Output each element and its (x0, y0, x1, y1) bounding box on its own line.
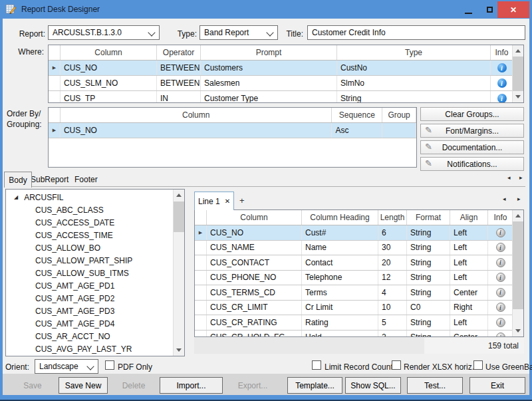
add-line-tab[interactable]: + (239, 196, 245, 205)
cell[interactable]: CUS_SLM_NO (61, 76, 157, 90)
table-row[interactable]: CUS_TERMS_CDTerms4StringCenteri (195, 285, 523, 301)
cell[interactable]: IN (157, 91, 201, 103)
scroll-thumb[interactable] (174, 201, 184, 232)
cell[interactable]: Asc (332, 123, 382, 138)
tab-line-1[interactable]: Line 1 ✕ (194, 192, 234, 210)
tab-scroll-right-icon[interactable]: ▸ (519, 174, 523, 181)
info-icon[interactable]: i (496, 333, 505, 337)
tree-expanded-icon[interactable]: ◢ (14, 194, 18, 200)
tree-item[interactable]: CUS_AMT_AGE_PD2 (6, 292, 173, 305)
scroll-up-button[interactable] (513, 45, 523, 57)
tree-item[interactable]: CUS_AMT_AGE_PD4 (6, 317, 173, 330)
cell[interactable]: CUS_TERMS_CD (207, 285, 302, 300)
cell[interactable]: CUS_CR_RATING (207, 315, 302, 330)
tree-item[interactable]: CUS_ACCESS_DATE (6, 216, 173, 229)
tree-item[interactable]: CUS_AMT_AGE_PD1 (6, 279, 173, 292)
cell[interactable]: CUS_NO (207, 225, 302, 240)
tree-item[interactable]: CUS_ABC_CLASS (6, 203, 173, 216)
scroll-down-button[interactable] (174, 344, 184, 356)
cell[interactable]: CUS_NO (61, 61, 157, 75)
report-combobox[interactable]: ARCUSLST.B.1.3.0 (48, 25, 160, 40)
side-button-font-margins[interactable]: ✎Font/Margins... (420, 124, 524, 138)
info-icon[interactable]: i (496, 258, 505, 267)
column-header[interactable]: Info (491, 45, 513, 60)
table-row[interactable]: CUS_CR_RATINGRating5StringLefti (195, 315, 523, 331)
title-input[interactable]: Customer Credit Info (307, 25, 525, 40)
info-cell[interactable]: i (491, 76, 513, 90)
tab-footer[interactable]: Footer (74, 175, 98, 184)
cell[interactable]: Center (450, 285, 488, 300)
tree-item[interactable]: CUS_ALLOW_SUB_ITMS (6, 267, 173, 279)
cell[interactable]: Right (450, 301, 488, 315)
scroll-up-button[interactable] (174, 190, 184, 201)
column-header[interactable]: Prompt (201, 45, 337, 60)
minimize-button[interactable] (459, 1, 477, 18)
cell[interactable]: CustNo (337, 61, 491, 75)
table-row[interactable]: CUS_TPINCustomer TypeStringi (49, 91, 523, 103)
cell[interactable]: Customers (201, 61, 337, 75)
cell[interactable]: 2 (378, 331, 407, 338)
table-row[interactable]: CUS_CR_HOLD_FGHold2StringCenteri (195, 331, 523, 338)
column-header[interactable]: Format (407, 210, 450, 225)
info-cell[interactable]: i (488, 271, 513, 285)
info-icon[interactable]: i (497, 78, 507, 88)
info-cell[interactable]: i (488, 331, 513, 338)
info-cell[interactable]: i (488, 225, 513, 240)
column-header[interactable]: Sequence (332, 108, 382, 122)
cell[interactable]: Name (302, 241, 378, 255)
cell[interactable]: Left (450, 255, 488, 270)
cell[interactable]: 20 (378, 255, 407, 270)
cell[interactable]: CUS_PHONE_NO (207, 271, 302, 285)
cell[interactable]: Customer Type (201, 91, 337, 103)
maximize-button[interactable] (480, 1, 499, 18)
cell[interactable]: Cr Limit (302, 301, 378, 315)
info-cell[interactable]: i (491, 91, 513, 103)
side-button-clear-groups[interactable]: Clear Groups... (420, 107, 524, 121)
limit-record-count-checkbox[interactable] (312, 360, 321, 370)
cell[interactable]: BETWEEN (157, 61, 201, 75)
info-cell[interactable]: i (491, 61, 513, 75)
info-cell[interactable]: i (488, 241, 513, 255)
use-greenbar-checkbox[interactable] (473, 360, 483, 370)
tree-item[interactable]: CUS_AR_ACCT_NO (6, 330, 173, 342)
cell[interactable]: SlmNo (337, 76, 491, 90)
tree-item[interactable]: CUS_AMT_AGE_PD3 (6, 305, 173, 317)
info-icon[interactable]: i (497, 63, 507, 72)
tab-subreport[interactable]: SubReport (31, 175, 68, 184)
tab-body[interactable]: Body (4, 172, 32, 188)
info-icon[interactable]: i (496, 318, 505, 327)
cell[interactable]: Hold (302, 331, 378, 338)
cell[interactable]: Salesmen (201, 76, 337, 90)
test-button[interactable]: Test... (407, 377, 463, 394)
column-header[interactable]: Column (61, 108, 332, 122)
row-selector[interactable] (195, 255, 207, 270)
cell[interactable]: String (407, 255, 450, 270)
column-header[interactable]: Align (450, 210, 488, 225)
cell[interactable]: CUS_NO (61, 123, 332, 138)
cell[interactable]: CUS_NAME (207, 241, 302, 255)
row-selector[interactable] (49, 76, 61, 90)
pdf-only-checkbox[interactable] (105, 360, 114, 370)
cell[interactable]: Cust# (302, 225, 378, 240)
tree-scrollbar[interactable] (173, 190, 184, 356)
table-row[interactable]: CUS_CONTACTContact20StringLefti (195, 255, 523, 271)
line-tab-scroll-left-icon[interactable]: ◂ (503, 196, 506, 202)
show-sql-button[interactable]: Show SQL... (345, 377, 401, 394)
info-icon[interactable]: i (496, 243, 505, 252)
cell[interactable]: Rating (302, 315, 378, 330)
render-xlsx-checkbox[interactable] (392, 360, 401, 370)
table-row[interactable]: CUS_PHONE_NOTelephone12StringLefti (195, 271, 523, 286)
cell[interactable]: String (407, 271, 450, 285)
column-header[interactable]: Length (378, 210, 407, 225)
column-header[interactable]: Group (382, 108, 416, 122)
columns-scrollbar[interactable] (512, 210, 523, 336)
line-tab-scroll-right-icon[interactable]: ▸ (517, 196, 521, 202)
info-cell[interactable]: i (488, 285, 513, 300)
close-button[interactable]: ✕ (497, 1, 529, 18)
column-header[interactable]: Operator (157, 45, 201, 60)
save-new-button[interactable]: Save New (59, 377, 108, 394)
tree-root-arcusfil[interactable]: ◢ ARCUSFIL (6, 191, 173, 203)
cell[interactable]: 4 (378, 285, 407, 300)
cell[interactable]: String (407, 315, 450, 330)
where-scrollbar[interactable] (512, 45, 523, 102)
